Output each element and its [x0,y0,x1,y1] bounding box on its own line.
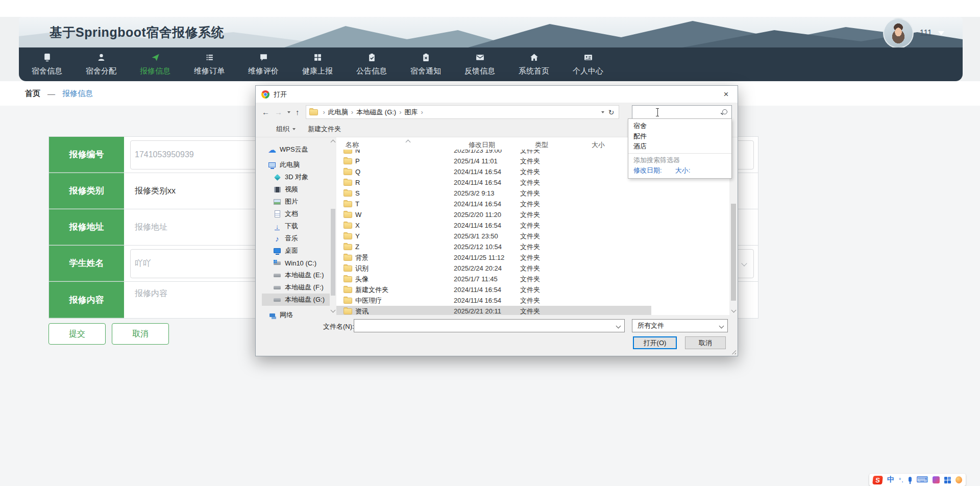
close-icon[interactable]: × [715,86,738,103]
search-filter-link[interactable]: 修改日期: [633,166,662,175]
nav-item[interactable]: 宿舍信息 [20,47,74,81]
dialog-title-bar[interactable]: 打开 × [256,86,738,103]
sidebar-item[interactable]: 3D 对象 [256,171,330,183]
filename-input[interactable] [354,319,625,332]
file-type: 文件夹 [520,221,576,230]
sort-ascending-icon [406,140,411,145]
nav-item[interactable]: 宿舍分配 [74,47,128,81]
file-row[interactable]: Y 2025/3/1 23:50 文件夹 [336,231,729,241]
scroll-down-icon[interactable] [331,308,336,313]
sidebar-item[interactable]: 音乐 [256,232,330,245]
emoji-icon[interactable] [955,476,962,483]
column-header-size[interactable]: 大小 [592,140,605,150]
avatar[interactable] [883,18,914,47]
breadcrumb-home[interactable]: 首页 [25,89,40,99]
breadcrumb-separator: — [47,89,55,98]
nav-item[interactable]: 宿舍通知 [399,47,453,81]
column-header-name[interactable]: 名称 [346,140,359,150]
nav-item[interactable]: 报修信息 [128,47,182,81]
sidebar-item[interactable]: WPS云盘 [256,143,330,156]
search-history-item[interactable]: 宿舍 [628,121,731,131]
sidebar-item[interactable]: 视频 [256,183,330,196]
nav-item[interactable]: 维修订单 [182,47,236,81]
sidebar-item-label: 3D 对象 [285,173,308,182]
back-icon[interactable]: ← [262,108,270,116]
sidebar-item[interactable]: 本地磁盘 (G:) [256,294,330,306]
file-row[interactable]: S 2025/3/2 9:13 文件夹 [336,188,729,199]
file-type: 文件夹 [520,285,576,295]
folder-icon [309,109,318,115]
ime-punctuation-icon[interactable]: °, [899,477,903,483]
file-row[interactable]: T 2024/11/4 16:54 文件夹 [336,199,729,209]
file-row[interactable]: 资讯 2025/2/21 20:11 文件夹 [336,306,729,315]
nav-item[interactable]: 系统首页 [507,47,561,81]
skin-icon[interactable] [933,476,939,483]
file-row[interactable]: 新建文件夹 2024/11/4 16:54 文件夹 [336,284,729,295]
sidebar-item[interactable]: 图片 [256,196,330,208]
sidebar-scrollbar[interactable] [330,137,336,315]
search-history-item[interactable]: 酒店 [628,141,731,152]
sidebar-item[interactable]: 文档 [256,208,330,220]
nav-item[interactable]: 个人中心 [561,47,615,81]
sidebar-item[interactable]: 下载 [256,220,330,232]
nav-item[interactable]: 公告信息 [345,47,399,81]
address-crumb-drive-g[interactable]: 本地磁盘 (G:) [356,108,396,117]
address-bar[interactable]: › 此电脑 › 本地磁盘 (G:) › 图库 › ↻ [306,105,619,119]
sidebar-item[interactable]: 桌面 [256,245,330,257]
breadcrumb-current[interactable]: 报修信息 [62,89,93,99]
address-crumb-gallery[interactable]: 图库 [405,108,418,117]
search-filter-link[interactable]: 大小: [675,166,691,175]
open-button[interactable]: 打开(O) [633,336,677,349]
file-row[interactable]: 背景 2024/11/25 11:12 文件夹 [336,252,729,263]
up-icon[interactable]: ↑ [296,108,300,116]
sidebar-item[interactable]: 本地磁盘 (E:) [256,269,330,281]
address-dropdown-icon[interactable] [601,111,604,113]
sidebar-item[interactable]: 此电脑 [256,159,330,171]
nav-item[interactable]: 健康上报 [290,47,345,81]
file-type: 文件夹 [520,178,576,187]
sidebar-item[interactable]: Win10 (C:) [256,257,330,269]
file-row[interactable]: 头像 2025/1/7 11:45 文件夹 [336,274,729,284]
file-row[interactable]: Z 2025/2/12 10:54 文件夹 [336,241,729,252]
keyboard-icon[interactable]: ⌨ [916,476,928,484]
file-name: W [355,211,454,218]
new-folder-button[interactable]: 新建文件夹 [308,125,341,134]
refresh-icon[interactable]: ↻ [608,108,615,116]
cancel-button[interactable]: 取消 [112,323,169,345]
scroll-down-icon[interactable] [731,308,737,313]
file-row[interactable]: 中医理疗 2024/11/4 16:54 文件夹 [336,295,729,306]
nav-item[interactable]: 反馈信息 [453,47,507,81]
nav-item[interactable]: 维修评价 [236,47,290,81]
address-crumb-this-pc[interactable]: 此电脑 [328,108,348,117]
scroll-up-icon[interactable] [331,140,336,145]
organize-menu[interactable]: 组织 [276,125,296,134]
resize-grip[interactable] [731,349,736,354]
search-history-item[interactable]: 配件 [628,131,731,141]
folder-icon [344,223,352,229]
microphone-icon[interactable] [909,477,912,482]
file-type: 文件夹 [520,307,576,315]
file-row[interactable]: R 2024/11/4 16:54 文件夹 [336,177,729,188]
ime-language-icon[interactable]: 中 [887,475,894,484]
form-label: 报修编号 [49,137,124,173]
submit-button[interactable]: 提交 [48,323,106,345]
column-header-type[interactable]: 类型 [535,140,548,150]
file-row[interactable]: 识别 2025/2/24 20:24 文件夹 [336,263,729,274]
scrollbar-thumb[interactable] [331,209,335,296]
forward-icon[interactable]: → [275,108,282,116]
sogou-logo-icon[interactable]: S [872,476,883,484]
file-name: Z [355,243,454,251]
folder-icon [344,201,352,207]
filetype-select[interactable]: 所有文件 [632,319,728,332]
file-row[interactable]: X 2024/11/4 16:54 文件夹 [336,220,729,231]
scrollbar-thumb[interactable] [731,204,736,301]
dialog-cancel-button[interactable]: 取消 [685,336,726,349]
file-row[interactable]: W 2025/2/20 11:20 文件夹 [336,209,729,220]
search-input[interactable] [632,105,732,119]
user-menu[interactable]: 111 [883,18,944,47]
sidebar-item[interactable]: 本地磁盘 (F:) [256,281,330,294]
file-date: 2025/2/24 20:24 [454,264,520,272]
column-header-date[interactable]: 修改日期 [469,140,495,150]
history-dropdown-icon[interactable] [287,111,290,113]
toolbox-icon[interactable] [944,477,951,483]
